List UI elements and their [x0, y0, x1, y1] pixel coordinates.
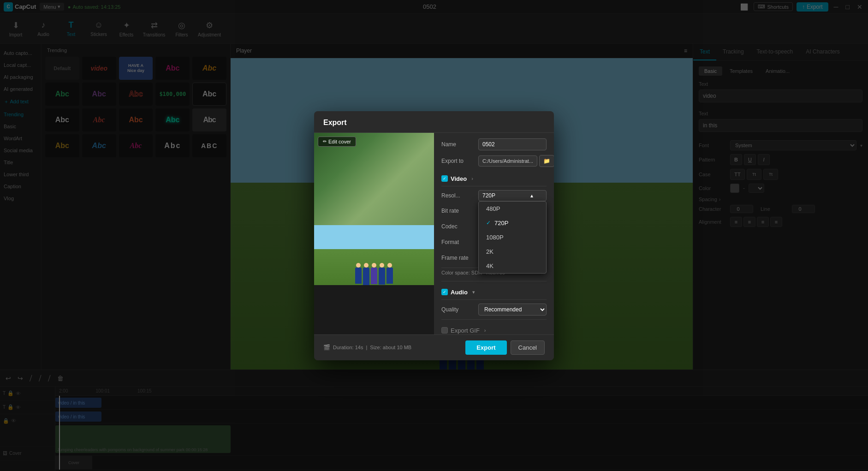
footer-buttons: Export Cancel: [465, 340, 545, 355]
cancel-button[interactable]: Cancel: [511, 340, 545, 355]
figure-4: [379, 268, 385, 285]
name-row: Name: [441, 138, 547, 150]
audio-checkbox[interactable]: ✓: [441, 289, 448, 295]
chevron-up-icon: ▴: [530, 192, 533, 199]
gif-checkbox[interactable]: [441, 327, 448, 334]
audio-section: ✓ Audio ▾ Quality Recommended: [441, 281, 547, 316]
export-dialog: Export Edit cover: [314, 111, 554, 360]
res-option-2k[interactable]: 2K: [479, 244, 546, 259]
audio-quality-select[interactable]: Recommended: [478, 304, 547, 316]
video-chevron-icon: ›: [471, 176, 473, 181]
figure-3: [371, 268, 377, 284]
audio-section-label: Audio: [451, 289, 468, 296]
export-confirm-button[interactable]: Export: [465, 340, 506, 355]
check-icon: ✓: [486, 220, 491, 226]
path-row: C:/Users/Administrat... 📁: [478, 155, 554, 167]
res-option-2k-label: 2K: [486, 248, 493, 255]
dialog-preview: Edit cover: [314, 133, 434, 334]
res-option-1080p-label: 1080P: [486, 234, 504, 241]
audio-chevron-icon: ▾: [472, 289, 475, 295]
dialog-overlay: Export Edit cover: [0, 0, 868, 471]
duration-text: Duration: 14s: [333, 345, 363, 350]
preview-figures: [355, 268, 393, 285]
resolution-dropdown-container: 720P ▴ 480P ✓ 720P 10: [478, 190, 547, 201]
export-to-row: Export to C:/Users/Administrat... 📁: [441, 155, 547, 167]
resolution-selected-value: 720P: [482, 192, 495, 199]
video-checkbox[interactable]: ✓: [441, 175, 448, 182]
resolution-dropdown-button[interactable]: 720P ▴: [478, 190, 547, 201]
framerate-label: Frame rate: [441, 255, 478, 261]
path-display: C:/Users/Administrat...: [478, 155, 537, 167]
gif-section-toggle[interactable]: Export GIF ›: [441, 323, 547, 334]
res-option-4k-label: 4K: [486, 262, 493, 269]
video-section-label: Video: [451, 175, 467, 182]
figure-5: [386, 268, 393, 284]
edit-cover-button[interactable]: Edit cover: [318, 137, 356, 147]
format-label: Format: [441, 239, 478, 245]
dialog-title: Export: [314, 111, 554, 133]
resolution-row: Resol... 720P ▴ 480P ✓ 720P: [441, 190, 547, 201]
footer-info: Duration: 14s | Size: about 10 MB: [323, 344, 411, 351]
resolution-label: Resol...: [441, 192, 478, 199]
dialog-footer: Duration: 14s | Size: about 10 MB Export…: [314, 334, 554, 360]
audio-quality-label: Quality: [441, 306, 478, 313]
name-label: Name: [441, 141, 478, 148]
preview-video-frame: [314, 225, 434, 285]
color-space-label: Color space:: [441, 270, 470, 275]
figure-2: [363, 268, 369, 285]
figure-1: [355, 268, 362, 284]
size-text: Size: about 10 MB: [370, 345, 411, 350]
resolution-dropdown-list: 480P ✓ 720P 1080P 2K: [478, 201, 547, 274]
name-input[interactable]: [478, 138, 547, 150]
res-option-480p-label: 480P: [486, 205, 500, 212]
separator: |: [366, 345, 367, 350]
dialog-settings: Name Export to C:/Users/Administrat... 📁…: [434, 133, 554, 334]
gif-section: Export GIF › Resolution 240P ▾: [441, 319, 547, 334]
res-option-480p[interactable]: 480P: [479, 202, 546, 216]
video-section-toggle[interactable]: ✓ Video ›: [441, 172, 547, 186]
audio-section-toggle[interactable]: ✓ Audio ▾: [441, 285, 547, 300]
bitrate-label: Bit rate: [441, 208, 478, 214]
res-option-720p[interactable]: ✓ 720P: [479, 216, 546, 230]
gif-chevron-icon: ›: [484, 328, 486, 333]
export-to-label: Export to: [441, 158, 478, 164]
dialog-body: Edit cover: [314, 133, 554, 334]
audio-quality-row: Quality Recommended: [441, 304, 547, 316]
codec-label: Codec: [441, 223, 478, 230]
folder-button[interactable]: 📁: [539, 155, 554, 167]
preview-image: Edit cover: [314, 133, 434, 225]
name-value: [478, 138, 547, 150]
res-option-1080p[interactable]: 1080P: [479, 230, 546, 244]
res-option-720p-label: 720P: [494, 220, 508, 227]
res-option-4k[interactable]: 4K: [479, 259, 546, 273]
gif-section-label: Export GIF: [451, 327, 480, 334]
